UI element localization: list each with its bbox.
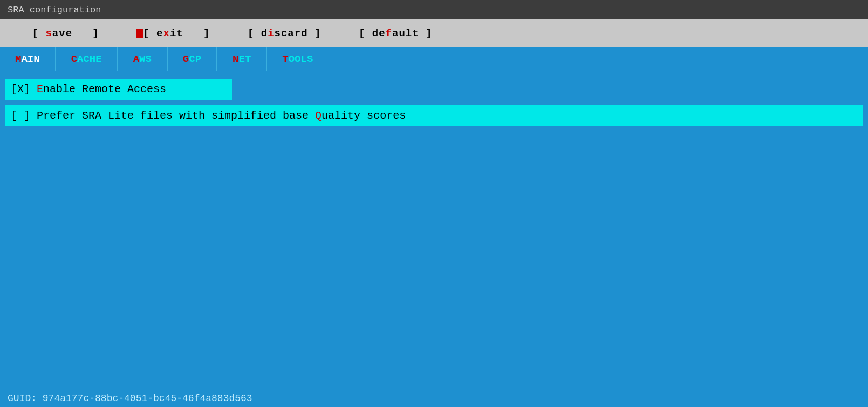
guid-text: GUID: 974a177c-88bc-4051-bc45-46f4a883d5… xyxy=(8,393,252,404)
tabs-row: MAIN CACHE AWS GCP NET TOOLS xyxy=(0,47,868,71)
tab-net[interactable]: NET xyxy=(217,47,266,71)
default-hotkey: f xyxy=(386,27,392,39)
exit-red-block xyxy=(136,29,143,38)
tab-aws[interactable]: AWS xyxy=(118,47,167,71)
tab-tools[interactable]: TOOLS xyxy=(267,47,328,71)
tab-cache[interactable]: CACHE xyxy=(56,47,117,71)
tab-main[interactable]: MAIN xyxy=(0,47,55,71)
title-text: SRA configuration xyxy=(8,5,101,15)
tab-gcp[interactable]: GCP xyxy=(168,47,216,71)
prefer-sra-lite-row[interactable]: [ ] Prefer SRA Lite files with simplifie… xyxy=(5,105,863,126)
exit-button[interactable]: [ exit ] xyxy=(110,16,210,51)
status-bar: GUID: 974a177c-88bc-4051-bc45-46f4a883d5… xyxy=(0,389,868,407)
main-content: [X] Enable Remote Access [ ] Prefer SRA … xyxy=(0,71,868,389)
discard-hotkey: i xyxy=(268,27,274,39)
default-button[interactable]: [ default ] xyxy=(332,16,432,51)
save-hotkey: s xyxy=(45,27,52,39)
save-button[interactable]: [ save ] xyxy=(5,16,99,51)
exit-hotkey: x xyxy=(163,27,169,39)
discard-button[interactable]: [ discard ] xyxy=(221,16,321,51)
toolbar: [ save ] [ exit ] [ discard ] [ default … xyxy=(0,19,868,47)
enable-remote-access-row[interactable]: [X] Enable Remote Access xyxy=(5,79,232,100)
